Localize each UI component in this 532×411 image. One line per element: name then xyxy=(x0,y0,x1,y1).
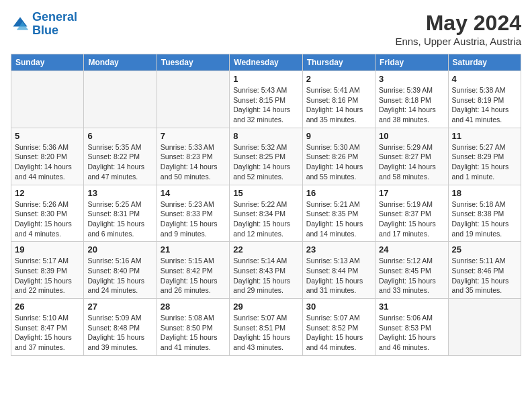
day-number: 11 xyxy=(452,131,517,141)
day-info: Sunrise: 5:29 AM Sunset: 8:27 PM Dayligh… xyxy=(379,142,444,182)
day-number: 25 xyxy=(452,244,517,255)
calendar-table: SundayMondayTuesdayWednesdayThursdayFrid… xyxy=(11,54,521,356)
day-number: 12 xyxy=(15,188,80,198)
calendar-cell: 25Sunrise: 5:11 AM Sunset: 8:46 PM Dayli… xyxy=(448,242,521,299)
day-info: Sunrise: 5:32 AM Sunset: 8:25 PM Dayligh… xyxy=(233,142,298,182)
day-number: 29 xyxy=(233,302,298,312)
calendar-cell: 22Sunrise: 5:14 AM Sunset: 8:43 PM Dayli… xyxy=(230,242,302,299)
day-info: Sunrise: 5:06 AM Sunset: 8:53 PM Dayligh… xyxy=(379,313,444,353)
week-row-3: 12Sunrise: 5:26 AM Sunset: 8:30 PM Dayli… xyxy=(11,185,521,242)
day-info: Sunrise: 5:39 AM Sunset: 8:18 PM Dayligh… xyxy=(379,85,444,125)
calendar-cell: 29Sunrise: 5:07 AM Sunset: 8:51 PM Dayli… xyxy=(230,299,302,356)
calendar-cell: 10Sunrise: 5:29 AM Sunset: 8:27 PM Dayli… xyxy=(375,128,448,185)
calendar-cell: 6Sunrise: 5:35 AM Sunset: 8:22 PM Daylig… xyxy=(84,128,157,185)
day-info: Sunrise: 5:43 AM Sunset: 8:15 PM Dayligh… xyxy=(233,85,298,125)
calendar-cell: 23Sunrise: 5:13 AM Sunset: 8:44 PM Dayli… xyxy=(302,242,375,299)
day-info: Sunrise: 5:35 AM Sunset: 8:22 PM Dayligh… xyxy=(87,142,152,182)
day-info: Sunrise: 5:07 AM Sunset: 8:51 PM Dayligh… xyxy=(233,313,298,353)
calendar-cell: 14Sunrise: 5:23 AM Sunset: 8:33 PM Dayli… xyxy=(157,185,229,242)
day-info: Sunrise: 5:15 AM Sunset: 8:42 PM Dayligh… xyxy=(161,256,226,295)
weekday-header-monday: Monday xyxy=(84,54,157,71)
weekday-header-row: SundayMondayTuesdayWednesdayThursdayFrid… xyxy=(11,54,521,71)
day-number: 20 xyxy=(87,244,152,255)
day-number: 1 xyxy=(233,74,298,84)
day-info: Sunrise: 5:19 AM Sunset: 8:37 PM Dayligh… xyxy=(379,199,444,239)
calendar-cell: 26Sunrise: 5:10 AM Sunset: 8:47 PM Dayli… xyxy=(11,299,84,356)
calendar-cell: 12Sunrise: 5:26 AM Sunset: 8:30 PM Dayli… xyxy=(11,185,84,242)
calendar-cell: 3Sunrise: 5:39 AM Sunset: 8:18 PM Daylig… xyxy=(375,71,448,128)
day-number: 3 xyxy=(379,74,444,84)
day-info: Sunrise: 5:08 AM Sunset: 8:50 PM Dayligh… xyxy=(161,313,226,353)
day-number: 22 xyxy=(233,244,298,255)
logo-general: General xyxy=(32,10,77,24)
week-row-5: 26Sunrise: 5:10 AM Sunset: 8:47 PM Dayli… xyxy=(11,299,521,356)
calendar-cell: 17Sunrise: 5:19 AM Sunset: 8:37 PM Dayli… xyxy=(375,185,448,242)
calendar-cell: 21Sunrise: 5:15 AM Sunset: 8:42 PM Dayli… xyxy=(157,242,229,299)
day-number: 31 xyxy=(379,302,444,312)
day-number: 9 xyxy=(306,131,371,141)
day-info: Sunrise: 5:13 AM Sunset: 8:44 PM Dayligh… xyxy=(306,256,371,295)
day-info: Sunrise: 5:27 AM Sunset: 8:29 PM Dayligh… xyxy=(452,142,517,182)
day-info: Sunrise: 5:38 AM Sunset: 8:19 PM Dayligh… xyxy=(452,85,517,125)
calendar-cell xyxy=(157,71,229,128)
day-number: 23 xyxy=(306,244,371,255)
weekday-header-sunday: Sunday xyxy=(11,54,84,71)
calendar-cell: 9Sunrise: 5:30 AM Sunset: 8:26 PM Daylig… xyxy=(302,128,375,185)
title-block: May 2024 Enns, Upper Austria, Austria xyxy=(395,11,521,47)
day-number: 24 xyxy=(379,244,444,255)
logo-blue: Blue xyxy=(32,24,58,37)
day-number: 15 xyxy=(233,188,298,198)
weekday-header-thursday: Thursday xyxy=(302,54,375,71)
weekday-header-saturday: Saturday xyxy=(448,54,521,71)
day-number: 19 xyxy=(15,244,80,255)
day-number: 27 xyxy=(87,302,152,312)
calendar-cell: 28Sunrise: 5:08 AM Sunset: 8:50 PM Dayli… xyxy=(157,299,229,356)
logo-icon xyxy=(11,15,30,34)
day-number: 21 xyxy=(161,244,226,255)
calendar-cell: 18Sunrise: 5:18 AM Sunset: 8:38 PM Dayli… xyxy=(448,185,521,242)
calendar-cell xyxy=(11,71,84,128)
logo-text: General Blue xyxy=(32,11,77,38)
day-number: 26 xyxy=(15,302,80,312)
calendar-cell: 19Sunrise: 5:17 AM Sunset: 8:39 PM Dayli… xyxy=(11,242,84,299)
day-number: 2 xyxy=(306,74,371,84)
calendar-cell: 7Sunrise: 5:33 AM Sunset: 8:23 PM Daylig… xyxy=(157,128,229,185)
calendar-cell: 11Sunrise: 5:27 AM Sunset: 8:29 PM Dayli… xyxy=(448,128,521,185)
day-info: Sunrise: 5:30 AM Sunset: 8:26 PM Dayligh… xyxy=(306,142,371,182)
day-number: 18 xyxy=(452,188,517,198)
day-info: Sunrise: 5:11 AM Sunset: 8:46 PM Dayligh… xyxy=(452,256,517,295)
calendar-cell: 20Sunrise: 5:16 AM Sunset: 8:40 PM Dayli… xyxy=(84,242,157,299)
day-info: Sunrise: 5:21 AM Sunset: 8:35 PM Dayligh… xyxy=(306,199,371,239)
day-info: Sunrise: 5:36 AM Sunset: 8:20 PM Dayligh… xyxy=(15,142,80,182)
day-info: Sunrise: 5:10 AM Sunset: 8:47 PM Dayligh… xyxy=(15,313,80,353)
calendar-cell xyxy=(84,71,157,128)
calendar-cell: 30Sunrise: 5:07 AM Sunset: 8:52 PM Dayli… xyxy=(302,299,375,356)
month-year: May 2024 xyxy=(395,11,521,36)
day-number: 28 xyxy=(161,302,226,312)
weekday-header-wednesday: Wednesday xyxy=(230,54,302,71)
calendar-cell: 2Sunrise: 5:41 AM Sunset: 8:16 PM Daylig… xyxy=(302,71,375,128)
day-info: Sunrise: 5:09 AM Sunset: 8:48 PM Dayligh… xyxy=(87,313,152,353)
week-row-1: 1Sunrise: 5:43 AM Sunset: 8:15 PM Daylig… xyxy=(11,71,521,128)
calendar-cell: 15Sunrise: 5:22 AM Sunset: 8:34 PM Dayli… xyxy=(230,185,302,242)
page-header: General Blue May 2024 Enns, Upper Austri… xyxy=(11,11,521,47)
weekday-header-tuesday: Tuesday xyxy=(157,54,229,71)
calendar-cell: 1Sunrise: 5:43 AM Sunset: 8:15 PM Daylig… xyxy=(230,71,302,128)
day-number: 13 xyxy=(87,188,152,198)
calendar-cell: 24Sunrise: 5:12 AM Sunset: 8:45 PM Dayli… xyxy=(375,242,448,299)
day-number: 16 xyxy=(306,188,371,198)
calendar-cell xyxy=(448,299,521,356)
day-info: Sunrise: 5:23 AM Sunset: 8:33 PM Dayligh… xyxy=(161,199,226,239)
day-info: Sunrise: 5:26 AM Sunset: 8:30 PM Dayligh… xyxy=(15,199,80,239)
calendar-cell: 13Sunrise: 5:25 AM Sunset: 8:31 PM Dayli… xyxy=(84,185,157,242)
calendar-cell: 31Sunrise: 5:06 AM Sunset: 8:53 PM Dayli… xyxy=(375,299,448,356)
day-number: 30 xyxy=(306,302,371,312)
calendar-cell: 5Sunrise: 5:36 AM Sunset: 8:20 PM Daylig… xyxy=(11,128,84,185)
day-info: Sunrise: 5:12 AM Sunset: 8:45 PM Dayligh… xyxy=(379,256,444,295)
calendar-cell: 8Sunrise: 5:32 AM Sunset: 8:25 PM Daylig… xyxy=(230,128,302,185)
day-info: Sunrise: 5:25 AM Sunset: 8:31 PM Dayligh… xyxy=(87,199,152,239)
weekday-header-friday: Friday xyxy=(375,54,448,71)
week-row-2: 5Sunrise: 5:36 AM Sunset: 8:20 PM Daylig… xyxy=(11,128,521,185)
day-number: 4 xyxy=(452,74,517,84)
day-number: 7 xyxy=(161,131,226,141)
